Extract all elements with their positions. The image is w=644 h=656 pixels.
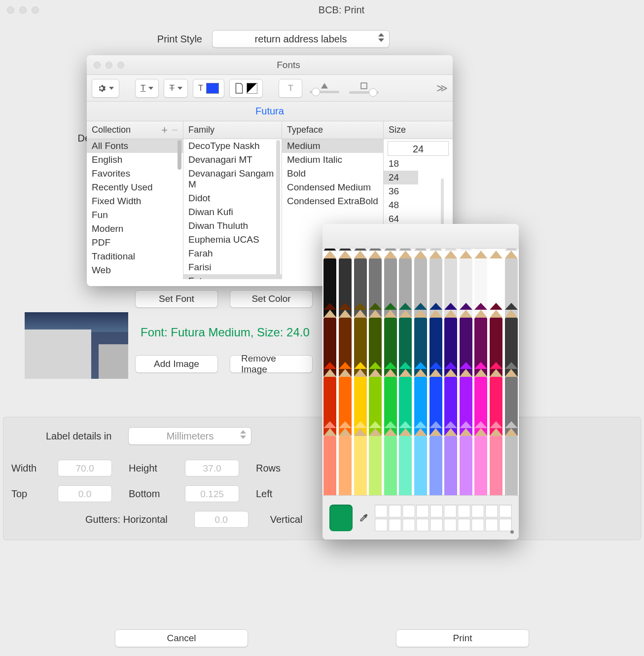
pencil-color-area[interactable] — [322, 249, 519, 495]
minus-icon[interactable]: − — [172, 125, 178, 136]
swatch-cell[interactable] — [471, 518, 484, 531]
set-color-button[interactable]: Set Color — [230, 290, 313, 308]
swatch-cell[interactable] — [375, 518, 388, 531]
swatch-cell[interactable] — [499, 505, 512, 517]
swatch-cell[interactable] — [430, 518, 443, 531]
pencil-color[interactable] — [474, 421, 488, 495]
traffic-lights[interactable] — [0, 6, 39, 14]
swatch-grid[interactable] — [375, 505, 512, 531]
swatch-cell[interactable] — [499, 518, 512, 531]
bottom-input[interactable]: 0.125 — [185, 485, 239, 502]
swatch-cell[interactable] — [430, 505, 443, 517]
swatch-cell[interactable] — [458, 518, 470, 531]
underline-button[interactable]: T — [135, 79, 159, 98]
swatch-cell[interactable] — [375, 505, 388, 517]
width-input[interactable]: 70.0 — [58, 460, 112, 476]
eyedropper-icon[interactable] — [358, 512, 369, 524]
print-button[interactable]: Print — [396, 629, 529, 647]
pencil-color[interactable] — [504, 421, 518, 495]
swatch-cell[interactable] — [416, 505, 429, 517]
list-item[interactable]: PDF — [87, 236, 183, 250]
shadow-blur-slider[interactable] — [347, 82, 381, 94]
pencil-color[interactable] — [489, 421, 503, 495]
strikethrough-button[interactable]: T — [164, 79, 187, 98]
list-item[interactable]: Futura — [183, 274, 282, 279]
list-item[interactable]: Farah — [183, 247, 282, 260]
list-item[interactable]: English — [87, 153, 183, 167]
pencil-color[interactable] — [323, 421, 337, 495]
text-color-button[interactable]: T — [193, 79, 224, 98]
cancel-button[interactable]: Cancel — [115, 629, 248, 647]
top-input[interactable]: 0.0 — [58, 485, 112, 502]
height-input[interactable]: 37.0 — [185, 460, 239, 476]
list-item[interactable]: Farisi — [183, 260, 282, 274]
list-item[interactable]: Fixed Width — [87, 194, 183, 208]
pencil-color[interactable] — [398, 421, 412, 495]
list-item[interactable]: Diwan Thuluth — [183, 219, 282, 233]
swatch-cell[interactable] — [416, 518, 429, 531]
swatch-cell[interactable] — [471, 505, 484, 517]
traffic-lights[interactable] — [87, 62, 124, 69]
pencil-color[interactable] — [384, 421, 397, 495]
list-item[interactable]: 24 — [384, 171, 418, 184]
list-item[interactable]: Condensed Medium — [282, 181, 383, 194]
list-item[interactable]: Bold — [282, 167, 383, 181]
list-item[interactable]: Euphemia UCAS — [183, 233, 282, 247]
list-item[interactable]: 36 — [384, 184, 418, 198]
zoom-icon[interactable] — [117, 62, 124, 69]
minimize-icon[interactable] — [106, 62, 112, 69]
list-item[interactable]: Modern — [87, 222, 183, 236]
list-item[interactable]: Condensed ExtraBold — [282, 194, 383, 208]
current-color-swatch[interactable] — [329, 505, 353, 531]
pencil-color[interactable] — [444, 421, 458, 495]
pencil-color[interactable] — [354, 421, 367, 495]
list-item[interactable]: Favorites — [87, 167, 183, 181]
remove-image-button[interactable]: Remove Image — [230, 355, 313, 373]
doc-color-button[interactable] — [229, 79, 263, 98]
list-item[interactable]: 18 — [384, 157, 418, 171]
units-dropdown[interactable]: Millimeters — [128, 427, 251, 445]
pencil-color[interactable] — [459, 421, 473, 495]
list-item[interactable]: Devanagari Sangam M — [183, 167, 282, 191]
more-icon[interactable]: ≫ — [436, 82, 448, 95]
pencil-color[interactable] — [338, 421, 352, 495]
swatch-cell[interactable] — [444, 518, 457, 531]
swatch-cell[interactable] — [402, 518, 415, 531]
expand-dot-icon[interactable] — [510, 530, 514, 534]
swatch-cell[interactable] — [389, 518, 401, 531]
list-item[interactable]: Didot — [183, 191, 282, 205]
plus-icon[interactable]: + — [161, 125, 168, 136]
shadow-button[interactable]: T — [279, 79, 302, 98]
list-item[interactable]: Medium — [282, 139, 383, 153]
close-icon[interactable] — [7, 6, 14, 14]
swatch-cell[interactable] — [444, 505, 457, 517]
pencil-color[interactable] — [368, 421, 382, 495]
size-input[interactable]: 24 — [388, 141, 449, 156]
swatch-cell[interactable] — [485, 505, 498, 517]
list-item[interactable]: Recently Used — [87, 181, 183, 194]
pencil-color[interactable] — [429, 421, 443, 495]
swatch-cell[interactable] — [402, 505, 415, 517]
gear-menu-button[interactable] — [92, 79, 119, 98]
list-item[interactable]: Diwan Kufi — [183, 205, 282, 219]
scrollbar[interactable] — [178, 140, 181, 170]
list-item[interactable]: All Fonts — [87, 139, 183, 153]
zoom-icon[interactable] — [32, 6, 39, 14]
list-item[interactable]: Devanagari MT — [183, 153, 282, 167]
list-item[interactable]: Fun — [87, 208, 183, 222]
set-font-button[interactable]: Set Font — [135, 290, 218, 308]
swatch-cell[interactable] — [389, 505, 401, 517]
close-icon[interactable] — [94, 62, 101, 69]
add-image-button[interactable]: Add Image — [135, 355, 218, 373]
color-picker-tabs[interactable] — [322, 224, 519, 249]
shadow-opacity-slider[interactable] — [307, 83, 342, 93]
gutters-h-input[interactable]: 0.0 — [194, 511, 249, 528]
list-item[interactable]: DecoType Naskh — [183, 139, 282, 153]
list-item[interactable]: Medium Italic — [282, 153, 383, 167]
list-item[interactable]: Web — [87, 263, 183, 277]
list-item[interactable]: 48 — [384, 198, 418, 212]
list-item[interactable]: Traditional — [87, 250, 183, 263]
pencil-color[interactable] — [414, 421, 428, 495]
minimize-icon[interactable] — [19, 6, 27, 14]
scrollbar[interactable] — [276, 140, 280, 278]
